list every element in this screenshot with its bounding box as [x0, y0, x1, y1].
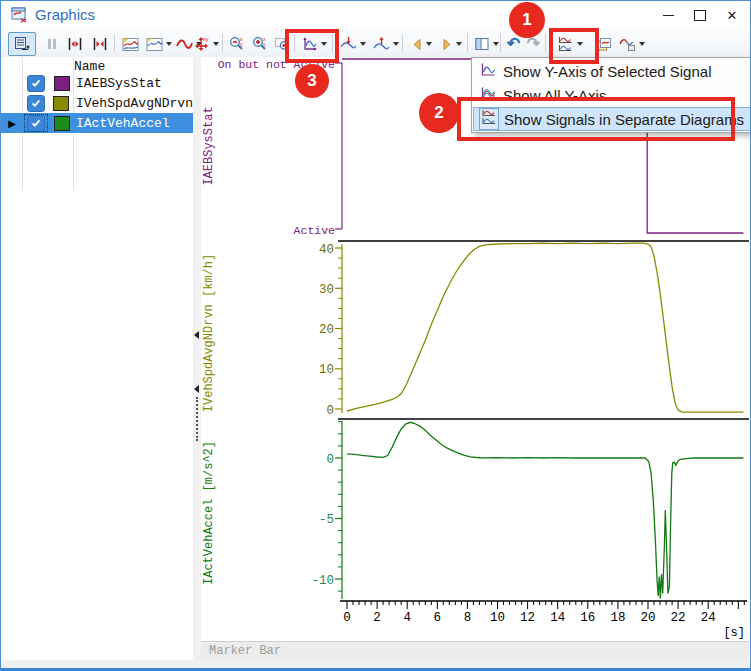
svg-text:0: 0: [326, 404, 334, 418]
signal-name: IActVehAccel: [74, 116, 170, 131]
svg-text:y: y: [263, 41, 266, 47]
prev-button[interactable]: [406, 32, 436, 56]
signal-list-panel: Name IAEBSysStat IVehSpdAvgNDrvn ▶ IActV…: [1, 57, 194, 660]
chevron-down-icon: [456, 42, 462, 46]
signal-row[interactable]: IVehSpdAvgNDrvn: [1, 93, 193, 113]
svg-text:[s]: [s]: [723, 626, 745, 640]
next-icon: [441, 38, 453, 51]
svg-text:14: 14: [550, 611, 565, 625]
y-axis-single-icon: [479, 62, 497, 78]
check-icon: [30, 97, 42, 109]
collapse-arrow-icon: [194, 385, 199, 393]
minimize-button[interactable]: [652, 1, 684, 29]
svg-text:2: 2: [373, 611, 381, 625]
chart-dropdown-icon: [146, 37, 163, 52]
signal-name: IVehSpdAvgNDrvn: [74, 96, 193, 111]
zoom-in-button[interactable]: x y: [248, 32, 271, 56]
panel-splitter[interactable]: [193, 57, 201, 660]
svg-text:-5: -5: [319, 513, 334, 527]
svg-text:0: 0: [343, 611, 351, 625]
plot-area[interactable]: On but not ActiveActiveIAEBSysStat010203…: [201, 57, 749, 641]
svg-text:40: 40: [319, 243, 334, 257]
signal-config-icon: [14, 36, 30, 52]
menu-item-show-y-axis-selected[interactable]: Show Y-Axis of Selected Signal: [473, 59, 751, 83]
signal-up-button[interactable]: [370, 32, 401, 56]
svg-text:xy: xy: [203, 36, 209, 42]
marker-collapse-button[interactable]: [87, 32, 113, 56]
collapse-arrow-icon: [194, 331, 199, 339]
chevron-down-icon: [213, 42, 219, 46]
chevron-down-icon: [166, 42, 172, 46]
signal-options-icon: [619, 36, 636, 52]
chevron-down-icon: [426, 42, 432, 46]
svg-text:y: y: [240, 41, 243, 47]
zoom-out-button[interactable]: x y: [225, 32, 248, 56]
highlight-rect-step2: [457, 97, 735, 141]
close-button[interactable]: ✕: [716, 1, 748, 29]
layout-button[interactable]: [471, 32, 501, 56]
signal-row-selected[interactable]: ▶ IActVehAccel: [1, 113, 193, 133]
step-badge-1: 1: [509, 2, 545, 38]
app-icon: [11, 6, 29, 24]
overview-chart-button[interactable]: [118, 32, 143, 56]
layout-icon: [474, 36, 490, 52]
xy-move-button[interactable]: xy: [191, 32, 222, 56]
title-bar: Graphics ✕: [1, 1, 750, 29]
signal-config-button[interactable]: [8, 32, 36, 56]
svg-text:10: 10: [490, 611, 505, 625]
signal-up-icon: [373, 36, 390, 52]
marker-expand-icon: [67, 36, 83, 52]
signal-checkbox[interactable]: [27, 95, 45, 112]
zoom-out-icon: x y: [229, 36, 245, 52]
check-icon: [30, 117, 42, 129]
highlight-rect-step1: [549, 28, 599, 64]
svg-text:IAEBSysStat: IAEBSysStat: [202, 106, 216, 185]
svg-text:22: 22: [671, 611, 686, 625]
window-title: Graphics: [35, 6, 95, 23]
chevron-down-icon: [360, 42, 366, 46]
svg-text:Active: Active: [294, 224, 336, 237]
minimize-icon: [663, 15, 674, 16]
splitter-handle: [196, 397, 198, 441]
pause-icon: [45, 37, 59, 51]
svg-text:20: 20: [640, 611, 655, 625]
svg-text:20: 20: [319, 323, 334, 337]
current-row-arrow-icon: ▶: [1, 118, 23, 129]
chart-dropdown-button[interactable]: [142, 32, 175, 56]
marker-bar[interactable]: Marker Bar: [201, 641, 749, 660]
svg-text:12: 12: [520, 611, 535, 625]
pause-button[interactable]: [42, 32, 62, 56]
svg-text:8: 8: [464, 611, 472, 625]
svg-text:24: 24: [701, 611, 716, 625]
signal-down-icon: [340, 36, 357, 52]
maximize-button[interactable]: [684, 1, 716, 29]
next-button[interactable]: [436, 32, 466, 56]
svg-text:10: 10: [319, 363, 334, 377]
signal-color-swatch: [54, 116, 70, 131]
chevron-down-icon: [639, 42, 645, 46]
redo-icon: ↷: [527, 36, 540, 52]
menu-item-label: Show Y-Axis of Selected Signal: [503, 63, 711, 80]
status-strip: [1, 660, 750, 669]
svg-text:6: 6: [434, 611, 442, 625]
signal-checkbox[interactable]: [27, 75, 45, 92]
signal-down-button[interactable]: [336, 32, 370, 56]
prev-icon: [411, 38, 423, 51]
svg-text:4: 4: [403, 611, 411, 625]
chevron-down-icon: [493, 42, 499, 46]
graphics-window: Graphics ✕: [0, 0, 751, 671]
marker-expand-button[interactable]: [62, 32, 88, 56]
signal-color-swatch: [54, 76, 70, 91]
svg-text:16: 16: [580, 611, 595, 625]
maximize-icon: [694, 10, 706, 21]
signal-checkbox[interactable]: [27, 115, 45, 132]
signal-options-button[interactable]: [616, 32, 648, 56]
chevron-down-icon: [393, 42, 399, 46]
signal-row[interactable]: IAEBSysStat: [1, 73, 193, 93]
step-badge-2: 2: [419, 93, 459, 133]
toolbar: xy x y x y: [1, 29, 750, 58]
undo-icon: ↶: [507, 36, 520, 52]
marker-collapse-icon: [92, 36, 108, 52]
overview-chart-icon: [122, 37, 139, 52]
highlight-rect-step3: [285, 29, 339, 63]
